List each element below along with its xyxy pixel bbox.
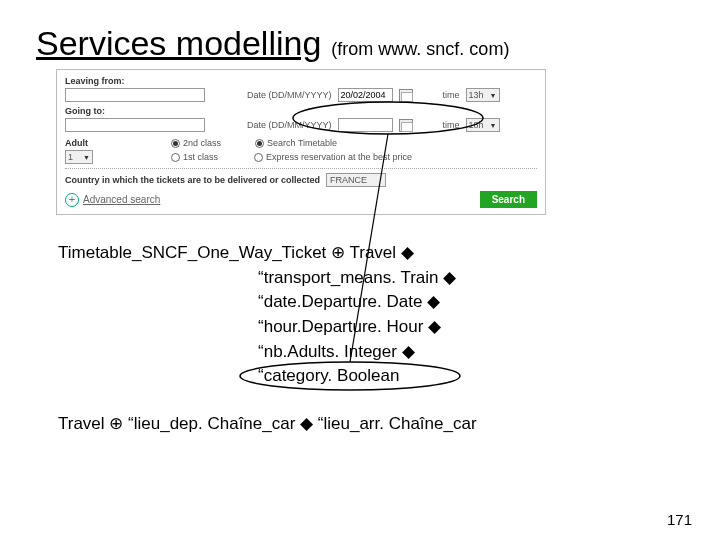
date-label-2: Date (DD/MM/YYYY): [247, 120, 332, 130]
plus-icon: +: [65, 193, 79, 207]
country-select[interactable]: FRANCE: [326, 173, 386, 187]
leaving-input[interactable]: [65, 88, 205, 102]
time-label-2: time: [443, 120, 460, 130]
model-item-2: “date.Departure. Date ◆: [258, 290, 684, 315]
model-item-1: “transport_means. Train ◆: [258, 266, 684, 291]
class1-label: 1st class: [183, 152, 218, 162]
time-select-1[interactable]: 13h ▼: [466, 88, 500, 102]
time-value-2: 18h: [469, 120, 484, 130]
model-item-3: “hour.Departure. Hour ◆: [258, 315, 684, 340]
calendar-icon[interactable]: [399, 119, 413, 132]
date-input-1[interactable]: [338, 88, 393, 102]
calendar-icon[interactable]: [399, 89, 413, 102]
chevron-down-icon: ▼: [490, 122, 497, 129]
model-item-5: “category. Boolean: [258, 364, 684, 389]
chevron-down-icon: ▼: [83, 154, 90, 161]
model-line-1: Timetable_SNCF_One_Way_Ticket ⊕ Travel ◆: [58, 241, 684, 266]
sncf-form-box: Leaving from: Date (DD/MM/YYYY) time 13h…: [56, 69, 546, 215]
going-label: Going to:: [65, 106, 105, 116]
search-button[interactable]: Search: [480, 191, 537, 208]
time-label-1: time: [443, 90, 460, 100]
search-tt-label: Search Timetable: [267, 138, 337, 148]
time-value-1: 13h: [469, 90, 484, 100]
date-input-2[interactable]: [338, 118, 393, 132]
date-label-1: Date (DD/MM/YYYY): [247, 90, 332, 100]
search-tt-radio[interactable]: [255, 139, 264, 148]
country-label: Country in which the tickets are to be d…: [65, 175, 320, 185]
model-line-2: Travel ⊕ “lieu_dep. Chaîne_car ◆ “lieu_a…: [58, 413, 684, 434]
class2-radio[interactable]: [171, 139, 180, 148]
class2-label: 2nd class: [183, 138, 221, 148]
chevron-down-icon: ▼: [490, 92, 497, 99]
page-number: 171: [667, 511, 692, 528]
advanced-search-link[interactable]: Advanced search: [83, 194, 160, 205]
express-label: Express reservation at the best price: [266, 152, 412, 162]
model-block: Timetable_SNCF_One_Way_Ticket ⊕ Travel ◆…: [58, 241, 684, 389]
model-item-4: “nb.Adults. Integer ◆: [258, 340, 684, 365]
adult-select[interactable]: 1 ▼: [65, 150, 93, 164]
slide-source: (from www. sncf. com): [331, 39, 509, 60]
going-input[interactable]: [65, 118, 205, 132]
adult-value: 1: [68, 152, 73, 162]
country-value: FRANCE: [330, 175, 367, 185]
express-radio[interactable]: [254, 153, 263, 162]
adult-label: Adult: [65, 138, 105, 148]
slide-title: Services modelling: [36, 24, 321, 63]
leaving-label: Leaving from:: [65, 76, 125, 86]
class1-radio[interactable]: [171, 153, 180, 162]
time-select-2[interactable]: 18h ▼: [466, 118, 500, 132]
